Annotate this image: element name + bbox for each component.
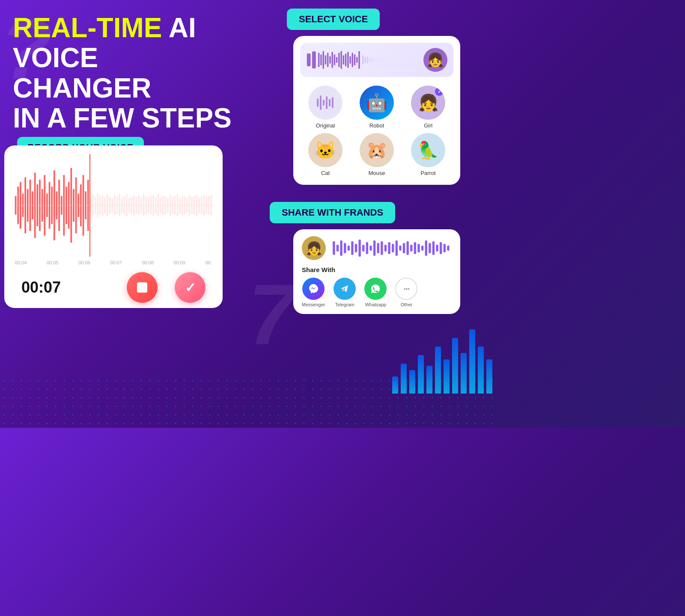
select-voice-badge: SELECT VOICE [287,9,380,30]
voice-circle-cat: 🐱 [308,133,342,167]
share-item-telegram[interactable]: Telegram [334,278,356,307]
voice-avatar-preview: 👧 [423,48,447,72]
svg-rect-91 [331,52,333,68]
share-item-messenger[interactable]: Messenger [302,278,325,307]
svg-rect-102 [356,57,357,63]
title-ai: AI [169,12,196,43]
svg-rect-87 [322,51,324,69]
voice-label-girl: Girl [424,122,432,129]
voice-label-robot: Robot [369,122,384,129]
voice-item-parrot[interactable]: 🦜 Parrot [405,133,452,176]
voice-circle-parrot: 🦜 [411,133,445,167]
svg-rect-130 [369,246,372,251]
right-section: SELECT VOICE [261,9,492,314]
svg-rect-150 [444,244,446,252]
record-panel: 00:04 00:05 00:06 00:07 00:08 00:09 00: … [4,145,223,308]
svg-rect-137 [396,240,398,256]
messenger-label: Messenger [302,302,325,307]
confirm-button[interactable]: ✓ [175,272,206,303]
svg-rect-104 [362,55,363,65]
voice-item-robot[interactable]: 🤖 Robot [353,86,400,129]
share-waveform-row: 👧 [302,236,452,260]
share-waveform-bars [332,239,452,258]
time-labels: 00:04 00:05 00:06 00:07 00:08 00:09 00: [13,260,214,265]
voice-item-mouse[interactable]: 🐹 Mouse [353,133,400,176]
svg-rect-112 [380,59,381,61]
share-avatar: 👧 [302,236,326,260]
time-00-end: 00: [206,260,212,265]
voice-circle-girl: 👧 ✓ [411,86,445,120]
stop-icon [137,282,147,293]
share-item-whatsapp[interactable]: Whatsapp [364,278,387,307]
telegram-icon-circle [334,278,356,300]
svg-rect-106 [366,56,368,64]
svg-rect-101 [354,54,355,65]
svg-rect-98 [347,52,348,68]
svg-rect-128 [362,245,364,252]
svg-rect-126 [355,244,357,252]
whatsapp-label: Whatsapp [365,302,387,307]
svg-rect-129 [366,242,368,254]
svg-rect-149 [440,242,442,254]
share-badge: SHARE WITH FRANDS [270,202,395,223]
svg-rect-84 [312,51,316,68]
svg-rect-83 [307,53,311,66]
stop-button[interactable] [127,272,158,303]
check-icon: ✓ [185,280,196,295]
svg-rect-117 [326,96,328,109]
svg-rect-134 [384,245,387,252]
voice-label-mouse: Mouse [368,170,385,176]
svg-rect-90 [329,56,331,64]
svg-rect-110 [375,58,377,62]
svg-rect-123 [344,243,346,253]
svg-rect-111 [378,59,379,61]
svg-rect-132 [377,243,379,253]
svg-rect-96 [343,55,344,65]
svg-rect-85 [318,53,319,67]
svg-rect-151 [447,246,449,251]
left-section: REAL-TIME AI VOICE CHANGER IN A FEW STEP… [13,13,235,133]
svg-rect-147 [432,241,435,255]
record-controls: 00:07 ✓ [13,272,214,303]
svg-rect-103 [358,51,360,69]
svg-rect-105 [364,57,366,63]
svg-rect-88 [325,55,326,65]
timer-display: 00:07 [21,278,110,296]
other-icon-circle: ··· [395,278,417,300]
voice-waveform-row: 👧 [300,43,453,77]
voice-item-cat[interactable]: 🐱 Cat [302,133,349,176]
voice-panel: 👧 [293,36,460,185]
voice-item-original[interactable]: Original [302,86,349,129]
svg-rect-146 [429,243,431,253]
share-with-title: Share With [302,266,452,273]
waveform-area [13,154,214,257]
voice-label-original: Original [316,122,335,129]
svg-rect-133 [381,241,383,255]
svg-rect-145 [425,240,427,256]
svg-rect-86 [320,54,322,65]
svg-rect-94 [338,53,340,67]
svg-rect-93 [336,57,337,63]
share-item-other[interactable]: ··· Other [395,278,417,307]
whatsapp-icon-circle [364,278,387,300]
voice-item-girl[interactable]: 👧 ✓ Girl [405,86,452,129]
svg-rect-89 [327,53,328,67]
voice-circle-robot: 🤖 [360,86,394,120]
svg-rect-92 [334,54,335,65]
svg-rect-144 [421,246,423,251]
telegram-label: Telegram [335,302,354,307]
voice-circle-original [308,86,342,120]
svg-rect-115 [320,95,322,110]
svg-rect-120 [333,241,335,255]
voice-label-cat: Cat [321,170,330,176]
svg-rect-113 [382,59,384,61]
voice-circle-mouse: 🐹 [360,133,394,167]
time-00-04: 00:04 [15,260,27,265]
title-voice-changer: VOICE CHANGER [13,42,152,103]
svg-rect-140 [406,241,408,255]
svg-rect-131 [373,240,375,256]
svg-rect-136 [392,244,394,252]
svg-rect-138 [399,246,401,251]
share-area: SHARE WITH FRANDS 👧 [261,202,492,314]
svg-rect-125 [351,241,353,255]
